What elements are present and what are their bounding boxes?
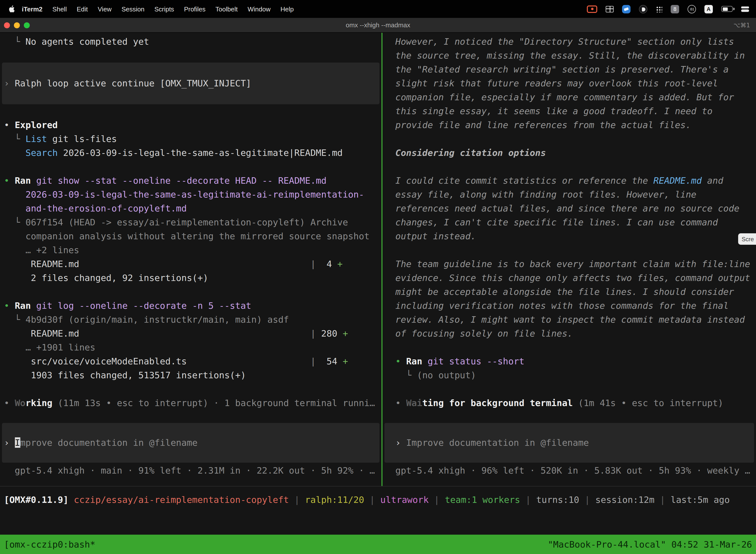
menu-item-window[interactable]: Window [243,5,275,13]
menu-item-iterm2[interactable]: iTerm2 [17,5,47,13]
right-scrollback: However, I noticed the "Directory Struct… [382,33,756,410]
terminal-line: └ List git ls-files [0,132,381,146]
blank-line [0,285,381,299]
terminal-line: and-the-erosion-of-copyleft.md [0,202,381,215]
prompt-text-left: › Improve documentation in @filename [2,436,379,450]
window-titlebar: omx --xhigh --madmax ⌥⌘1 [0,18,756,33]
terminal-line: • Ran git log --oneline --decorate -n 5 … [0,299,381,313]
terminal-line: README.md | 280 + [0,327,381,340]
blank-line [0,382,381,396]
blank-line [0,160,381,174]
screen-sharing-chip[interactable]: Scre [738,233,756,245]
terminal-line: Considering citation options [382,146,756,160]
terminal-line: └ 067f154 (HEAD -> essay/ai-reimplementa… [0,215,381,229]
tmux-window-item[interactable]: [omx-cczip0:bash* [4,539,95,550]
screen: iTerm2ShellEditViewSessionScriptsProfile… [0,0,756,554]
terminal-line: Search 2026-03-09-is-legal-the-same-as-l… [0,146,381,160]
terminal-line: output instead. [382,229,756,243]
menu-item-scripts[interactable]: Scripts [149,5,179,13]
omx-status-bar: [OMX#0.11.9] cczip/essay/ai-reimplementa… [0,493,756,507]
terminal-line: └ (no output) [382,368,756,382]
terminal-line: this single essay, it seems like a good … [382,104,756,118]
tmux-host-clock: "MacBook-Pro-44.local" 04:52 31-Mar-26 [548,539,752,550]
menu-item-toolbelt[interactable]: Toolbelt [210,5,243,13]
terminal-line: However, I noticed the "Directory Struct… [382,35,756,49]
terminal-line: provide file and line references from th… [382,118,756,132]
terminal-line: README.md | 4 + [0,257,381,271]
dots-grid-icon[interactable] [656,6,662,12]
terminal-line: might be acceptable alongside the file l… [382,285,756,299]
right-terminal-pane[interactable]: However, I noticed the "Directory Struct… [382,33,756,486]
blank-line [0,104,381,118]
model-status-left: gpt-5.4 xhigh · main · 91% left · 2.31M … [0,464,381,478]
menu-item-help[interactable]: Help [275,5,299,13]
left-scrollback: └ No agents completed yet› Ralph loop ac… [0,33,381,410]
window-title: omx --xhigh --madmax [0,21,756,29]
terminal-line: • Ran git show --stat --oneline --decora… [0,174,381,188]
blue-app-icon[interactable] [622,5,630,13]
gauge-icon[interactable]: .61 [688,5,696,13]
terminal-line: I could cite commit statistics or refere… [382,174,756,188]
left-terminal-pane[interactable]: └ No agents completed yet› Ralph loop ac… [0,33,381,486]
terminal-line: • Explored [0,118,381,132]
blank-line [382,160,756,174]
menubar-status-icons: 8 .61 A [587,5,749,13]
terminal-line: the "Related research writing" section i… [382,63,756,76]
terminal-line: The team guideline is to back every impo… [382,257,756,271]
blank-line [382,132,756,146]
menubar-items: iTerm2ShellEditViewSessionScriptsProfile… [17,5,299,13]
minimize-button[interactable] [14,22,20,28]
traffic-lights [0,22,30,28]
blank-line [382,340,756,354]
menu-item-shell[interactable]: Shell [47,5,72,13]
dark-app-icon[interactable] [639,5,647,13]
window-grid-icon[interactable] [606,6,614,12]
close-button[interactable] [4,22,10,28]
terminal-line: • Ran git status --short [382,354,756,368]
tmux-panes: └ No agents completed yet› Ralph loop ac… [0,33,756,487]
terminal-line: 2026-03-09-is-legal-the-same-as-legitima… [0,188,381,202]
terminal-line: review. Also, I might want to inspect th… [382,313,756,327]
input-source-icon[interactable]: A [704,5,713,13]
terminal-line: slight risk that future readers may over… [382,76,756,90]
terminal-line: 1903 files changed, 513517 insertions(+) [0,368,381,382]
terminal-line: └ 4b9d30f (origin/main, instructkr/main,… [0,313,381,327]
control-center-icon[interactable] [741,6,749,12]
blank-line [382,382,756,396]
terminal-line: of focusing solely on file lines. [382,327,756,340]
terminal-line: companion analysis without altering the … [0,229,381,243]
menu-item-session[interactable]: Session [117,5,149,13]
zoom-button[interactable] [24,22,30,28]
screen-recording-indicator-icon[interactable] [587,5,597,13]
terminal-line: 2 files changed, 92 insertions(+) [0,271,381,285]
terminal-line: • Working (11m 13s • esc to interrupt) ·… [0,396,381,410]
terminal-line: evidence. Since this change only affects… [382,271,756,285]
macos-menubar: iTerm2ShellEditViewSessionScriptsProfile… [0,0,756,18]
terminal-line: changes, I can't cite specific file line… [382,215,756,229]
terminal-line: … +2 lines [0,243,381,257]
keypad-icon[interactable]: 8 [671,5,679,13]
prompt-input-left[interactable]: › Improve documentation in @filename [2,423,379,463]
terminal-line: src/voice/voiceModeEnabled.ts | 54 + [0,354,381,368]
terminal-line: references need actual files, and since … [382,202,756,215]
blank-line [0,49,381,63]
blank-line [382,243,756,257]
battery-icon[interactable] [721,6,733,12]
terminal-line: the source tree, missing the essay. Stil… [382,49,756,63]
terminal-line: essay file, along with finding root file… [382,188,756,202]
terminal-line: including verification notes with those … [382,299,756,313]
window-shortcut-badge: ⌥⌘1 [734,21,756,29]
terminal-line: companion file, especially if more comme… [382,90,756,104]
terminal-line: • Waiting for background terminal (1m 41… [382,396,756,410]
menu-item-profiles[interactable]: Profiles [179,5,210,13]
prompt-text-right: › Improve documentation in @filename [384,436,754,450]
tmux-status-bar: [omx-cczip0:bash* "MacBook-Pro-44.local"… [0,535,756,554]
terminal-line: … +1901 lines [0,340,381,354]
prompt-input-right[interactable]: › Improve documentation in @filename [384,423,754,463]
apple-menu-icon[interactable] [8,5,15,13]
menu-item-edit[interactable]: Edit [72,5,93,13]
menubar-menus: iTerm2ShellEditViewSessionScriptsProfile… [8,5,299,13]
terminal-line: └ No agents completed yet [0,35,381,49]
model-status-right: gpt-5.4 xhigh · 96% left · 520K in · 5.8… [382,464,756,478]
menu-item-view[interactable]: View [93,5,117,13]
